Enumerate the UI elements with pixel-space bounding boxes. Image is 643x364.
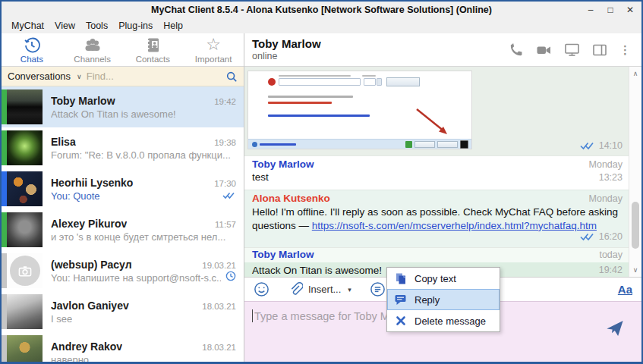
presence-bar (2, 294, 7, 329)
conversation-name: Elisa (51, 136, 76, 148)
video-call-icon[interactable] (536, 43, 552, 57)
embedded-screenshot[interactable] (247, 71, 472, 149)
conversations-dropdown[interactable]: Conversations (8, 71, 71, 82)
presence-bar (2, 171, 7, 206)
message-link[interactable]: https://nsoft-s.com/en/mcserverhelp/inde… (312, 220, 597, 231)
avatar (7, 89, 43, 124)
message-area: 14:10 Toby Marlow Monday test 13:23 (244, 67, 641, 277)
phrases-icon[interactable] (370, 281, 386, 297)
shot-link-line (260, 143, 296, 146)
shot-input (279, 78, 361, 86)
message-time: 13:23 (599, 172, 623, 183)
scroll-down-icon[interactable]: ∨ (629, 265, 641, 275)
conversation-item-websup-rasul[interactable]: (websup) Расул19.03.21 You: Напишите на … (2, 250, 244, 291)
conversation-item-heorhii-lysenko[interactable]: Heorhii Lysenko17:30 You: Quote (2, 168, 244, 209)
scroll-up-icon[interactable]: ∧ (629, 68, 641, 79)
attach-icon[interactable] (288, 281, 303, 297)
message-text: Hello! I'm offline. I'll reply as soon a… (252, 206, 624, 232)
format-button[interactable]: Aa (618, 283, 632, 296)
shot-button (414, 141, 435, 148)
placeholder-text: Type a message for Toby Marlo (254, 310, 408, 322)
conversation-preview: наверно (51, 354, 89, 362)
message-text: Attack On Titan is awesome! (252, 265, 382, 276)
app-window: MyChat Client 8.5.4 - Alona Kutsenko [Ne… (0, 0, 643, 364)
red-arrow (412, 106, 453, 140)
star-icon: ☆ (206, 36, 221, 54)
search-input[interactable] (87, 71, 221, 82)
send-icon[interactable] (605, 318, 625, 338)
tab-label: Contacts (136, 55, 170, 64)
double-check-icon (222, 191, 236, 199)
avatar (7, 171, 43, 206)
menu-help[interactable]: Help (158, 18, 188, 33)
conversation-preview: Attack On Titan is awesome! (51, 108, 176, 120)
dropdown-arrow-icon[interactable]: ▾ (348, 286, 351, 293)
main-tabs: Chats Channels (2, 33, 244, 67)
context-menu-item-delete-message[interactable]: Delete message (387, 310, 500, 331)
presence-bar (2, 89, 7, 124)
tab-channels[interactable]: Channels (62, 33, 123, 66)
context-menu-item-label: Copy text (414, 273, 456, 284)
avatar (7, 212, 43, 247)
search-icon[interactable] (225, 71, 238, 83)
message-sender: Toby Marlow (252, 158, 314, 170)
conversation-time: 18.03.21 (202, 302, 236, 311)
conversation-time: 19:42 (214, 97, 236, 106)
menu-view[interactable]: View (49, 18, 80, 33)
message-sender: Alona Kutsenko (252, 193, 330, 204)
screen-share-icon[interactable] (564, 42, 580, 57)
more-icon[interactable]: ⋮ (619, 43, 631, 57)
presence-bar (2, 253, 7, 288)
conversation-name: Alexey Pikurov (51, 218, 127, 230)
scrollbar-thumb[interactable] (632, 202, 639, 249)
conversation-preview: You: Напишите на support@nsoft-s.c... (51, 272, 221, 284)
address-book-icon (143, 36, 162, 54)
menu-tools[interactable]: Tools (80, 18, 113, 33)
conversation-item-elisa[interactable]: Elisa19:38 Forum: "Re: В v.8.0.0 пропала… (2, 127, 244, 168)
conversation-time: 18.03.21 (202, 343, 236, 352)
window-title: MyChat Client 8.5.4 - Alona Kutsenko [Ne… (2, 2, 641, 18)
maximize-button[interactable]: □ (600, 2, 620, 18)
shot-green-button (405, 141, 412, 148)
shot-error-line (268, 102, 332, 104)
peer-status: online (252, 51, 321, 62)
sidebar: Chats Channels (2, 33, 244, 362)
title-bar: MyChat Client 8.5.4 - Alona Kutsenko [Ne… (2, 2, 641, 18)
shot-error-badge (268, 78, 276, 86)
tab-important[interactable]: ☆ Important (183, 33, 244, 66)
avatar (7, 335, 43, 362)
scrollbar[interactable]: ∧ ∨ (629, 67, 641, 277)
message-time: 14:10 (599, 140, 623, 151)
message-time: 19:42 (599, 265, 623, 275)
menu-plugins[interactable]: Plug-ins (113, 18, 158, 33)
tab-chats[interactable]: Chats (2, 33, 62, 66)
tab-contacts[interactable]: Contacts (123, 33, 184, 66)
call-icon[interactable] (509, 42, 524, 58)
minimize-button[interactable]: – (581, 2, 600, 18)
conversation-name: (websup) Расул (51, 259, 132, 271)
insert-button[interactable]: Insert... (308, 284, 341, 295)
shot-button (437, 141, 458, 148)
conversations-filter-bar: Conversations ∨ (2, 67, 244, 86)
side-panel-icon[interactable] (592, 43, 607, 57)
shot-statusbar (248, 139, 471, 149)
conversation-name: Toby Marlow (51, 95, 115, 107)
conversation-name: Andrey Rakov (51, 340, 122, 353)
context-menu-item-reply[interactable]: Reply (387, 289, 500, 310)
conversation-item-andrey-rakov[interactable]: Andrey Rakov18.03.21 наверно (2, 332, 244, 362)
people-icon (83, 36, 102, 54)
conversation-item-toby-marlow[interactable]: Toby Marlow19:42 Attack On Titan is awes… (2, 86, 244, 127)
tab-label: Channels (74, 55, 111, 64)
conversation-item-javlon-ganiyev[interactable]: Javlon Ganiyev18.03.21 I see (2, 291, 244, 332)
conversation-name: Javlon Ganiyev (51, 300, 129, 312)
conversation-item-alexey-pikurov[interactable]: Alexey Pikurov11:57 и это 's в конце буд… (2, 209, 244, 250)
input-placeholder: Type a message for Toby Marlo (252, 309, 408, 322)
menu-mychat[interactable]: MyChat (6, 18, 49, 33)
chevron-down-icon: ∨ (77, 73, 82, 80)
emoji-icon[interactable] (254, 281, 269, 297)
close-button[interactable]: ✕ (620, 2, 640, 18)
camera-icon (10, 256, 40, 286)
message-image: 14:10 (244, 67, 629, 155)
context-menu-item-copy-text[interactable]: Copy text (387, 268, 500, 289)
pending-clock-icon (225, 271, 236, 281)
